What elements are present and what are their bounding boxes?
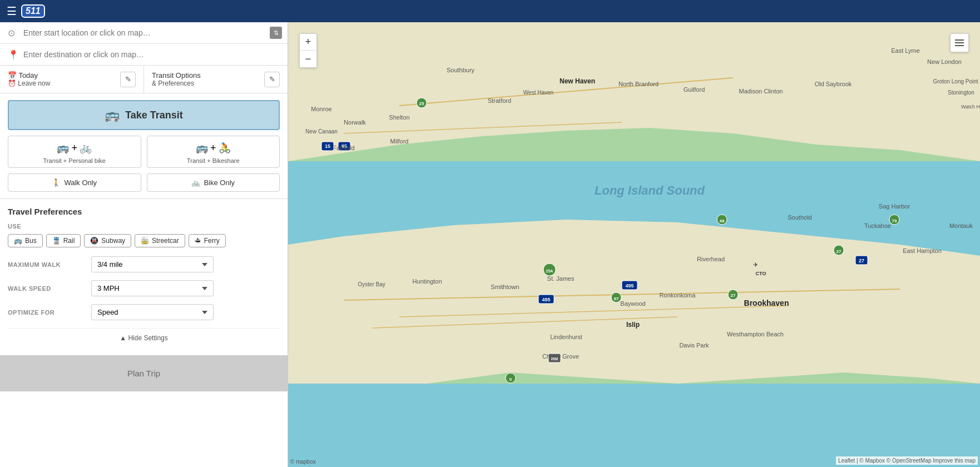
subway-tag-label: Subway xyxy=(101,237,125,245)
walk-speed-select[interactable]: 3 MPH 2 MPH 4 MPH xyxy=(91,280,214,296)
transit-personal-bike-label: Transit + Personal bike xyxy=(43,157,106,164)
main-layout: ⊙ ⇅ 📍 📅 Today ⏰ Leave now xyxy=(0,22,980,467)
walk-bike-row: 🚶 Walk Only 🚲 Bike Only xyxy=(8,173,280,192)
svg-text:79: 79 xyxy=(892,218,897,223)
transit-tag-streetcar[interactable]: 🚋 Streetcar xyxy=(135,234,185,247)
optimize-for-select[interactable]: Speed Fewest transfers Least walking xyxy=(91,304,214,320)
walk-speed-row: WALK SPEED 3 MPH 2 MPH 4 MPH xyxy=(8,280,280,296)
svg-text:Brookhaven: Brookhaven xyxy=(744,299,789,307)
svg-text:✈: ✈ xyxy=(753,261,758,268)
dest-location-icon: 📍 xyxy=(8,49,18,59)
transit-tag-ferry[interactable]: ⛴ Ferry xyxy=(189,234,226,247)
svg-text:East Hampton: East Hampton xyxy=(903,247,942,254)
svg-rect-80 xyxy=(955,45,964,46)
svg-text:CTO: CTO xyxy=(756,271,766,276)
svg-text:Stonington: Stonington xyxy=(948,90,974,96)
attribution-text: Leaflet | © Mapbox © OpenStreetMap Impro… xyxy=(838,458,976,464)
transit-bikeshare-label: Transit + Bikeshare xyxy=(187,157,240,164)
preferences-label: & Preferences xyxy=(152,80,201,87)
use-label: USE xyxy=(8,223,280,230)
svg-text:New London: New London xyxy=(927,58,962,65)
svg-text:Fairfield: Fairfield xyxy=(333,145,354,151)
transit-bikeshare-icons: 🚌 + 🚴 xyxy=(196,142,231,154)
svg-text:Tuckahoe: Tuckahoe xyxy=(864,222,891,229)
sidebar: ⊙ ⇅ 📍 📅 Today ⏰ Leave now xyxy=(0,22,288,467)
svg-text:Madison Clinton: Madison Clinton xyxy=(739,88,783,95)
swap-locations-button[interactable]: ⇅ xyxy=(270,27,282,39)
transit-options-label: Transit Options xyxy=(152,71,201,80)
svg-text:Huntington: Huntington xyxy=(412,278,442,285)
map-background: 95 495 25 27 25A 48 27 79 97 xyxy=(288,22,980,467)
time-label: ⏰ Leave now xyxy=(8,80,50,87)
bus-icon-2: 🚌 xyxy=(196,142,208,154)
map-attribution: Leaflet | © Mapbox © OpenStreetMap Impro… xyxy=(836,456,978,465)
take-transit-label: Take Transit xyxy=(125,110,183,121)
transit-bikeshare-button[interactable]: 🚌 + 🚴 Transit + Bikeshare xyxy=(147,136,280,168)
max-walk-select[interactable]: 3/4 mile 1/4 mile 1/2 mile 1 mile 2 mile… xyxy=(91,256,214,272)
svg-text:East Lyme: East Lyme xyxy=(891,47,920,54)
transit-tag-subway[interactable]: 🚇 Subway xyxy=(84,234,131,247)
rail-tag-label: Rail xyxy=(63,237,75,245)
svg-text:25A: 25A xyxy=(546,269,553,273)
bike-only-label: Bike Only xyxy=(204,178,235,187)
svg-text:Westhampton Beach: Westhampton Beach xyxy=(727,331,784,337)
transit-options-cell: Transit Options & Preferences ✎ xyxy=(144,66,288,93)
header: ☰ 511 xyxy=(0,0,980,22)
ferry-tag-icon: ⛴ xyxy=(195,237,201,245)
streetcar-tag-icon: 🚋 xyxy=(141,237,149,245)
bus-icon: 🚌 xyxy=(57,142,69,154)
svg-text:495: 495 xyxy=(542,297,550,302)
plan-trip-button[interactable]: Plan Trip xyxy=(0,361,288,386)
bike-only-button[interactable]: 🚲 Bike Only xyxy=(147,173,280,192)
max-walk-label: MAXIMUM WALK xyxy=(8,261,80,268)
edit-datetime-button[interactable]: ✎ xyxy=(120,72,136,87)
svg-text:Monroe: Monroe xyxy=(311,106,331,112)
svg-text:Southold: Southold xyxy=(788,214,811,221)
svg-text:New Haven: New Haven xyxy=(560,77,595,85)
hide-settings-button[interactable]: ▲ Hide Settings xyxy=(8,328,280,347)
zoom-out-button[interactable]: − xyxy=(300,51,316,67)
mode-row-1: 🚌 + 🚲 Transit + Personal bike 🚌 + 🚴 Tran… xyxy=(8,136,280,168)
layer-button[interactable] xyxy=(950,33,969,52)
svg-text:Davis Park: Davis Park xyxy=(679,342,709,349)
dest-location-input[interactable] xyxy=(23,50,280,59)
start-location-row: ⊙ ⇅ xyxy=(0,22,288,44)
svg-text:Cherry Grove: Cherry Grove xyxy=(542,353,579,360)
svg-text:Southbury: Southbury xyxy=(447,67,475,73)
transit-tags: 🚌 Bus 🚆 Rail 🚇 Subway 🚋 Streetcar ⛴ xyxy=(8,234,280,247)
streetcar-tag-label: Streetcar xyxy=(152,237,179,245)
travel-preferences: Travel Preferences USE 🚌 Bus 🚆 Rail 🚇 Su… xyxy=(0,198,288,355)
walk-only-button[interactable]: 🚶 Walk Only xyxy=(8,173,141,192)
svg-text:Watch Hill: Watch Hill xyxy=(961,104,980,110)
svg-text:0: 0 xyxy=(509,377,512,382)
map-area: 95 495 25 27 25A 48 27 79 97 xyxy=(288,22,980,467)
svg-text:Islip: Islip xyxy=(626,321,640,329)
bus-icon-large: 🚌 xyxy=(105,108,120,122)
edit-transit-options-button[interactable]: ✎ xyxy=(264,72,280,87)
header-logo[interactable]: ☰ 511 xyxy=(7,4,45,18)
plan-trip-container: Plan Trip xyxy=(0,355,288,391)
transit-tag-rail[interactable]: 🚆 Rail xyxy=(46,234,81,247)
mapbox-logo: © mapbox xyxy=(290,459,316,465)
max-walk-row: MAXIMUM WALK 3/4 mile 1/4 mile 1/2 mile … xyxy=(8,256,280,272)
svg-text:West Haven: West Haven xyxy=(523,90,553,96)
plus-icon: + xyxy=(71,142,77,154)
svg-text:Long Island Sound: Long Island Sound xyxy=(595,183,705,197)
start-location-input[interactable] xyxy=(23,28,280,37)
date-time-text: 📅 Today ⏰ Leave now xyxy=(8,71,50,87)
svg-text:27: 27 xyxy=(837,249,842,254)
transit-personal-bike-button[interactable]: 🚌 + 🚲 Transit + Personal bike xyxy=(8,136,141,168)
logo-badge: 511 xyxy=(21,4,45,18)
svg-text:Baywood: Baywood xyxy=(620,300,645,307)
options-row: 📅 Today ⏰ Leave now ✎ Transit Options & … xyxy=(0,66,288,93)
date-label: 📅 Today xyxy=(8,71,50,80)
travel-prefs-title: Travel Preferences xyxy=(8,207,280,216)
zoom-in-button[interactable]: + xyxy=(300,34,316,51)
menu-icon[interactable]: ☰ xyxy=(7,4,17,18)
transit-tag-bus[interactable]: 🚌 Bus xyxy=(8,234,43,247)
svg-text:Smithtown: Smithtown xyxy=(491,284,519,290)
take-transit-button[interactable]: 🚌 Take Transit xyxy=(8,100,280,130)
transit-personal-bike-icons: 🚌 + 🚲 xyxy=(57,142,92,154)
svg-text:48: 48 xyxy=(720,218,725,223)
walk-only-label: Walk Only xyxy=(64,178,97,187)
